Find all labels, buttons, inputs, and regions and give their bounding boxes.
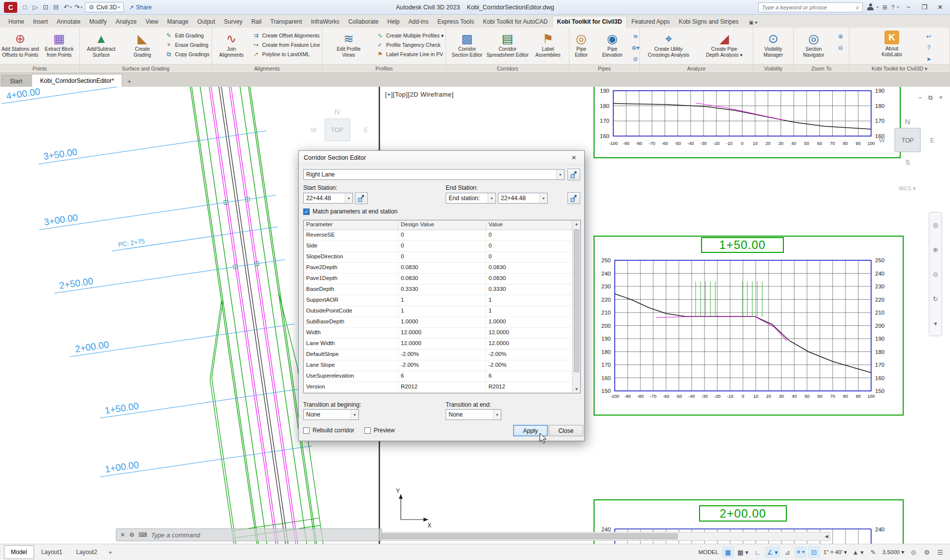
polyline-to-landxml-button[interactable]: ↗Polyline to LandXML xyxy=(252,51,320,58)
extract-block-button[interactable]: ▦Extract Blockfrom Points xyxy=(40,29,78,64)
viewcube-north[interactable]: N xyxy=(905,117,911,126)
cell-value[interactable]: 0 xyxy=(486,241,572,251)
create-pipe-depth-analysis-button[interactable]: ◢Create PipeDepth Analysis ▾ xyxy=(697,29,752,64)
cell-design-value[interactable]: 12.0000 xyxy=(398,328,486,338)
ribbon-tab-home[interactable]: Home xyxy=(4,16,29,28)
end-station-select[interactable]: 22+44.48 ▾ xyxy=(498,193,548,204)
lane-picker-button[interactable] xyxy=(567,169,580,180)
navbar-more-icon[interactable]: ▾ xyxy=(934,320,937,327)
command-line[interactable]: ✕ ⚙ ⌨ Type a command xyxy=(116,528,382,541)
viewcube-west[interactable]: W xyxy=(311,126,317,134)
viewport-controls-label[interactable]: [+][Top][2D Wireframe] xyxy=(385,91,454,98)
status-value[interactable]: 3.5000 ▾ xyxy=(880,546,906,558)
ribbon-tab-output[interactable]: Output xyxy=(193,16,219,28)
start-station-picker-button[interactable] xyxy=(355,192,368,204)
scroll-down-icon[interactable]: ▼ xyxy=(573,387,580,391)
customization-menu[interactable]: ☰ xyxy=(934,546,946,558)
cell-value[interactable]: R2012 xyxy=(486,382,572,392)
rebuild-corridor-checkbox[interactable]: ✓ xyxy=(303,427,310,434)
column-header-value[interactable]: Value xyxy=(486,220,572,230)
corridor-section-editor-button[interactable]: ▩CorridorSection Editor xyxy=(447,29,487,64)
viewport-close-icon[interactable]: × xyxy=(939,94,943,101)
cell-design-value[interactable]: 12.0000 xyxy=(398,339,486,349)
help-icon[interactable]: ? xyxy=(891,4,895,11)
hardware-accel[interactable]: ⚙ xyxy=(921,546,933,558)
cell-design-value[interactable]: 1 xyxy=(398,295,486,306)
scroll-left-icon[interactable]: ◀ xyxy=(825,534,828,539)
share-button[interactable]: ↗ Share xyxy=(126,2,155,12)
cell-value[interactable]: 1.0000 xyxy=(486,317,572,327)
ribbon-tab-collaborate[interactable]: Collaborate xyxy=(344,16,383,28)
search-input[interactable] xyxy=(762,4,854,10)
cell-value[interactable]: 0.3330 xyxy=(486,284,572,295)
about-kobilabs-button[interactable]: KAboutKobiLabs xyxy=(863,29,921,64)
viewport-minimize-icon[interactable]: − xyxy=(918,94,922,101)
viewport-restore-icon[interactable]: ⧉ xyxy=(928,94,933,101)
ribbon-tab-analyze[interactable]: Analyze xyxy=(111,16,141,28)
add-layout-button[interactable]: + xyxy=(105,547,116,558)
file-tab-active-drawing[interactable]: Kobi_CorridorSectionEditor* xyxy=(32,74,122,87)
label-assemblies-button[interactable]: ⚑LabelAssemblies xyxy=(528,29,568,64)
new-drawing-tab-button[interactable]: + xyxy=(123,76,135,87)
snap-toggle[interactable]: ▩ ▾ xyxy=(736,546,750,558)
search-box[interactable]: ⌕ xyxy=(758,2,863,12)
dialog-close-button[interactable]: ✕ xyxy=(563,151,584,164)
minimize-button[interactable]: − xyxy=(903,2,915,13)
ribbon-tab-transparent[interactable]: Transparent xyxy=(266,16,306,28)
grid-toggle[interactable]: ▦ xyxy=(722,546,734,558)
copy-gradings-button[interactable]: ⧉Copy Gradings xyxy=(165,51,210,58)
scroll-up-icon[interactable]: ▲ xyxy=(573,222,580,226)
zoom-tool-1-button[interactable]: ⊕ xyxy=(835,32,846,41)
transition-begin-select[interactable]: None ▾ xyxy=(303,409,359,420)
cell-value[interactable]: 0.0830 xyxy=(486,263,572,273)
ribbon-tab-view[interactable]: View xyxy=(141,16,163,28)
otrack-toggle[interactable]: ⊿ xyxy=(781,546,793,558)
create-from-feature-line-button[interactable]: ↪Create from Feature Line xyxy=(252,41,320,48)
zoom-tool-2-button[interactable]: ⊖ xyxy=(835,43,846,53)
profile-tangency-check-button[interactable]: ✓Profile Tangency Check xyxy=(376,41,444,48)
lane-select[interactable]: Right Lane ▾ xyxy=(303,169,564,180)
kobi-back-tool-button[interactable]: ↩ xyxy=(923,32,935,41)
edit-grading-button[interactable]: ✎Edit Grading xyxy=(165,32,210,39)
ribbon-tab-kobi-toolkit-for-autocad[interactable]: Kobi Toolkit for AutoCAD xyxy=(479,16,552,28)
ribbon-tab-featured-apps[interactable]: Featured Apps xyxy=(627,16,674,28)
viewcube-east[interactable]: E xyxy=(930,137,935,144)
cell-design-value[interactable]: 0.3330 xyxy=(398,284,486,295)
layout-tab-model[interactable]: Model xyxy=(4,545,34,559)
create-grading-button[interactable]: ◣CreateGrading xyxy=(122,29,162,64)
pan-icon[interactable]: ⊕ xyxy=(933,246,938,253)
osnap-toggle[interactable]: ⌖ ▾ xyxy=(795,546,807,558)
edit-profile-views-button[interactable]: ≋Edit ProfileViews xyxy=(323,29,374,64)
dyn-input-toggle[interactable]: ⊡ xyxy=(808,546,820,558)
restore-button[interactable]: ❐ xyxy=(918,2,930,13)
ribbon-tab-help[interactable]: Help xyxy=(383,16,404,28)
cell-design-value[interactable]: R2012 xyxy=(398,382,486,392)
steering-wheel-icon[interactable]: ◎ xyxy=(933,221,938,229)
cell-design-value[interactable]: 1 xyxy=(398,306,486,316)
cell-value[interactable]: 0 xyxy=(486,252,572,262)
match-parameters-checkbox[interactable]: ✓ xyxy=(303,209,310,215)
cell-value[interactable]: -2.00% xyxy=(486,360,572,371)
ribbon-tab-kobi-signs-and-stripes[interactable]: Kobi Signs and Stripes xyxy=(674,16,743,28)
scrollbar-thumb[interactable] xyxy=(382,533,678,539)
kobi-mail-tool-button[interactable]: ➤ xyxy=(923,54,935,64)
cell-design-value[interactable]: 0 xyxy=(398,230,486,241)
user-account-icon[interactable] xyxy=(867,3,874,11)
new-file-icon[interactable]: □ xyxy=(20,2,30,12)
cell-design-value[interactable]: 1.0000 xyxy=(398,317,486,327)
wcs-menu[interactable]: WCS ▾ xyxy=(899,185,916,191)
ribbon-tab-insert[interactable]: Insert xyxy=(29,16,52,28)
ribbon-tab-annotate[interactable]: Annotate xyxy=(52,16,85,28)
scrollbar-thumb[interactable] xyxy=(574,229,579,372)
section-navigator-button[interactable]: ◎SectionNavigator xyxy=(795,29,833,64)
plot-icon[interactable]: ⊟ xyxy=(51,2,61,12)
viewcube-east[interactable]: E xyxy=(364,126,368,134)
corridor-spreadsheet-editor-button[interactable]: ▤CorridorSpreadsheet Editor xyxy=(488,29,528,64)
ribbon-tab-infraworks[interactable]: InfraWorks xyxy=(307,16,344,28)
zoom-icon[interactable]: ⊙ xyxy=(933,271,938,278)
viewcube-west[interactable]: W xyxy=(879,137,885,144)
cell-value[interactable]: 1 xyxy=(486,306,572,316)
annotation-scale[interactable]: 1" = 40' ▾ xyxy=(821,546,849,558)
cell-value[interactable]: 12.0000 xyxy=(486,339,572,349)
close-icon[interactable]: ✕ xyxy=(120,531,125,538)
